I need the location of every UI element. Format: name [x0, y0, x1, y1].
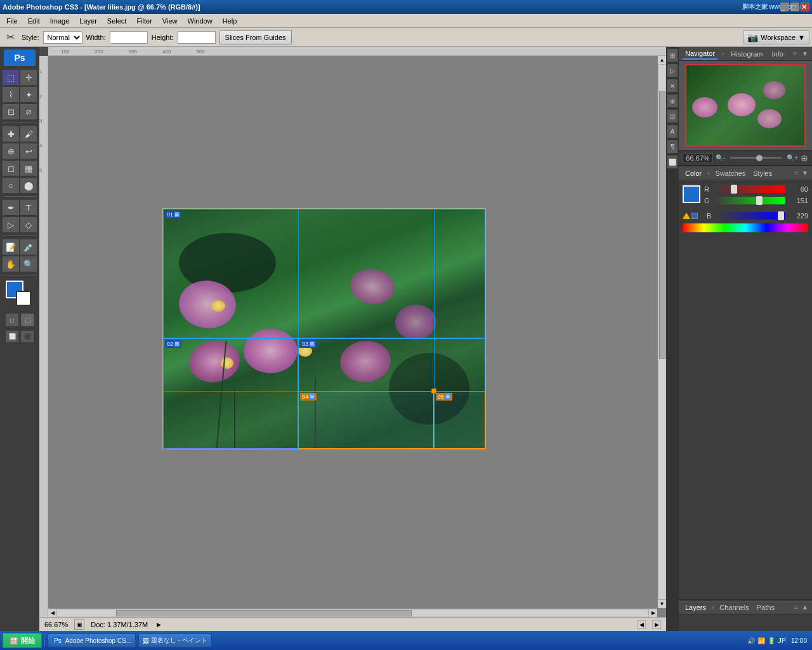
- background-color[interactable]: [16, 291, 31, 306]
- tab-navigator[interactable]: Navigator: [683, 48, 717, 60]
- slice-tool[interactable]: ⧄: [20, 103, 37, 120]
- height-input[interactable]: [178, 31, 216, 44]
- width-input[interactable]: [110, 31, 148, 44]
- minimize-button[interactable]: _: [780, 3, 789, 11]
- taskbar-paint-button[interactable]: 🖼 題名なし - ペイント: [138, 633, 212, 647]
- gradient-tool[interactable]: ▦: [20, 160, 37, 176]
- menu-file[interactable]: File: [1, 16, 23, 26]
- tab-swatches[interactable]: Swatches: [713, 168, 749, 178]
- menu-image[interactable]: Image: [45, 16, 75, 26]
- g-slider-thumb[interactable]: [756, 196, 763, 205]
- zoom-value-input[interactable]: 66.67%: [683, 153, 713, 163]
- standard-mode-button[interactable]: □: [5, 313, 19, 327]
- tab-histogram[interactable]: Histogram: [728, 49, 765, 59]
- dodge-tool[interactable]: ⬤: [20, 177, 37, 194]
- zoom-in-icon[interactable]: 🔍+: [787, 154, 798, 161]
- shape-tool[interactable]: ◇: [20, 216, 37, 233]
- layers-panel-collapse-icon[interactable]: ▲: [802, 604, 808, 611]
- style-select[interactable]: Normal: [43, 31, 82, 44]
- eraser-tool[interactable]: ◻: [2, 160, 20, 176]
- tab-color[interactable]: Color: [683, 168, 704, 178]
- menu-help[interactable]: Help: [218, 16, 242, 26]
- menu-filter[interactable]: Filter: [131, 16, 157, 26]
- b-slider-thumb[interactable]: [778, 211, 784, 220]
- color-panel-close[interactable]: ≡: [794, 169, 798, 176]
- panel-tool-4[interactable]: ⊕: [667, 94, 678, 108]
- status-thumb-icon[interactable]: ▣: [74, 620, 84, 630]
- close-color-icon[interactable]: ×: [707, 170, 710, 176]
- layers-panel-close[interactable]: ≡: [794, 604, 798, 611]
- tray-icon-1[interactable]: 🔊: [747, 637, 755, 644]
- fg-color-swatch[interactable]: [683, 185, 700, 203]
- h-scrollbar[interactable]: ◀ ▶: [48, 608, 657, 617]
- language-indicator[interactable]: JP: [778, 637, 786, 644]
- tab-info[interactable]: Info: [769, 49, 785, 59]
- marquee-tool[interactable]: ⬚: [2, 69, 20, 86]
- panel-close-icon[interactable]: ≡: [793, 50, 797, 57]
- blur-tool[interactable]: ○: [2, 177, 20, 194]
- zoom-out-icon[interactable]: 🔍-: [716, 154, 725, 161]
- panel-tool-1[interactable]: ⊞: [667, 48, 678, 62]
- color-spectrum[interactable]: [683, 223, 808, 232]
- zoom-plus-btn[interactable]: ⊕: [801, 153, 808, 163]
- taskbar-ps-button[interactable]: Ps Adobe Photoshop CS...: [48, 633, 136, 647]
- zoom-slider-thumb[interactable]: [756, 155, 763, 161]
- r-slider-thumb[interactable]: [731, 185, 737, 194]
- panel-collapse-icon[interactable]: ▼: [802, 50, 808, 57]
- tab-paths[interactable]: Paths: [754, 602, 777, 613]
- quick-mask-button[interactable]: ⬚: [20, 313, 34, 327]
- panel-tool-7[interactable]: ¶: [667, 140, 678, 154]
- eyedropper-tool[interactable]: 💉: [20, 239, 37, 255]
- guide-handle[interactable]: [431, 388, 436, 394]
- h-scroll-left[interactable]: ◀: [48, 609, 57, 618]
- g-slider-track[interactable]: [714, 197, 785, 204]
- tray-icon-3[interactable]: 🔋: [768, 637, 775, 644]
- healing-tool[interactable]: ✚: [2, 126, 20, 142]
- tray-icon-2[interactable]: 📶: [757, 637, 765, 644]
- zoom-tool[interactable]: 🔍: [20, 256, 37, 272]
- color-panel-collapse-icon[interactable]: ▼: [802, 169, 808, 176]
- hand-tool[interactable]: ✋: [2, 256, 20, 272]
- type-tool[interactable]: T: [20, 199, 37, 216]
- history-tool[interactable]: ↩: [20, 143, 37, 159]
- v-scrollbar[interactable]: ▲ ▼: [657, 56, 666, 608]
- v-scroll-down[interactable]: ▼: [658, 599, 667, 608]
- crop-tool[interactable]: ⊡: [2, 103, 20, 120]
- menu-edit[interactable]: Edit: [23, 16, 45, 26]
- stamp-tool[interactable]: ⊕: [2, 143, 20, 159]
- menu-window[interactable]: Window: [183, 16, 218, 26]
- swatch-replacement-icon[interactable]: [691, 213, 698, 219]
- h-scroll-right[interactable]: ▶: [648, 609, 657, 618]
- move-tool[interactable]: ✛: [20, 69, 37, 86]
- close-button[interactable]: ✕: [801, 3, 809, 11]
- path-tool[interactable]: ▷: [2, 216, 20, 233]
- v-scroll-thumb[interactable]: [659, 91, 665, 359]
- zoom-slider[interactable]: [730, 157, 782, 159]
- panel-tool-2[interactable]: ▷: [667, 63, 678, 77]
- menu-select[interactable]: Select: [102, 16, 132, 26]
- b-slider-track[interactable]: [717, 212, 785, 220]
- panel-tool-5[interactable]: ⊡: [667, 109, 678, 123]
- close-layers-icon[interactable]: ×: [711, 604, 714, 611]
- pen-tool[interactable]: ✒: [2, 199, 20, 216]
- notes-tool[interactable]: 📝: [2, 239, 20, 255]
- maximize-button[interactable]: □: [790, 3, 799, 11]
- slices-from-guides-button[interactable]: Slices From Guides: [219, 30, 292, 44]
- start-button[interactable]: 🪟 開始: [3, 633, 42, 648]
- wand-tool[interactable]: ✦: [20, 86, 37, 103]
- status-scroll-left[interactable]: ◀: [637, 620, 646, 629]
- h-scroll-track[interactable]: [57, 610, 648, 616]
- close-navigator-icon[interactable]: ×: [721, 51, 724, 57]
- tab-styles[interactable]: Styles: [750, 168, 775, 178]
- panel-tool-6[interactable]: A: [667, 124, 678, 138]
- status-scroll-right[interactable]: ▶: [652, 620, 661, 629]
- v-scroll-track[interactable]: [659, 65, 665, 599]
- workspace-button[interactable]: 📷 Workspace ▼: [743, 30, 809, 44]
- panel-tool-8[interactable]: ⬜: [667, 155, 678, 169]
- status-arrow[interactable]: ▶: [154, 620, 163, 629]
- tab-channels[interactable]: Channels: [717, 602, 751, 613]
- panel-tool-3[interactable]: ✕: [667, 79, 678, 93]
- menu-view[interactable]: View: [157, 16, 183, 26]
- tab-layers[interactable]: Layers: [683, 602, 709, 613]
- screen-mode-std[interactable]: ⬜: [5, 330, 19, 343]
